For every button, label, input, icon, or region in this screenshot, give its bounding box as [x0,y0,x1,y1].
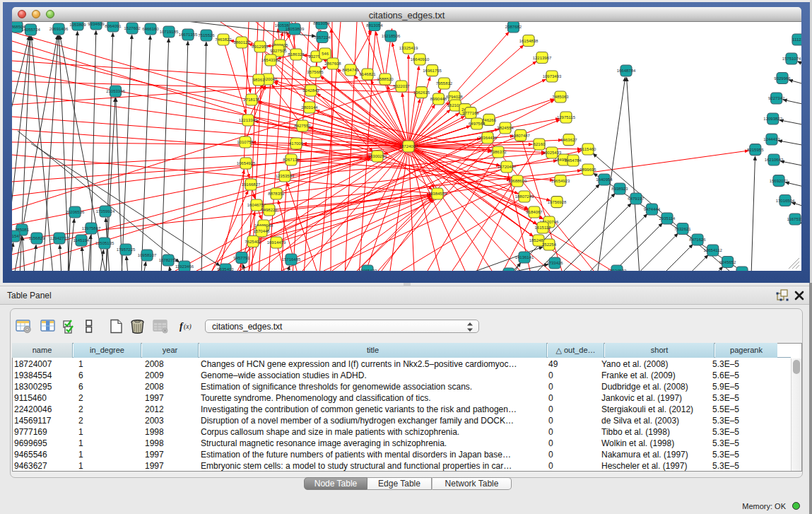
svg-text:8878352: 8878352 [268,192,285,196]
svg-text:417006: 417006 [289,141,304,146]
svg-text:8454784: 8454784 [565,158,582,163]
svg-text:19384554: 19384554 [428,192,447,196]
svg-text:15751074: 15751074 [782,57,801,61]
svg-text:1053809: 1053809 [69,23,86,27]
svg-text:12093822: 12093822 [763,117,782,121]
svg-text:16648784: 16648784 [617,69,636,73]
svg-text:12213349: 12213349 [239,118,258,122]
svg-text:19218506: 19218506 [382,34,401,38]
svg-text:9245652: 9245652 [719,260,736,264]
svg-text:9635403: 9635403 [217,267,234,271]
svg-text:9498222: 9498222 [261,208,278,212]
svg-text:8267130: 8267130 [283,158,300,162]
svg-text:9350421: 9350421 [734,270,751,271]
svg-text:18807249: 18807249 [515,194,534,199]
svg-text:6479197: 6479197 [628,197,645,201]
svg-text:10654112: 10654112 [704,248,723,252]
svg-text:9184067: 9184067 [526,210,543,214]
svg-text:16782759: 16782759 [159,258,178,262]
svg-text:17957225: 17957225 [117,247,136,252]
svg-text:1244413: 1244413 [763,137,780,141]
svg-text:391547: 391547 [12,234,22,238]
svg-text:10719185: 10719185 [160,30,179,34]
svg-text:1733426: 1733426 [546,261,563,265]
svg-text:21053346: 21053346 [106,89,125,93]
svg-text:13975867: 13975867 [82,226,101,230]
svg-text:12505135: 12505135 [95,241,114,245]
svg-text:1145194: 1145194 [73,238,90,243]
svg-text:12942737: 12942737 [50,236,69,240]
svg-text:16543362: 16543362 [261,58,281,62]
svg-text:20206536: 20206536 [66,210,85,214]
svg-text:8912955: 8912955 [252,45,269,49]
svg-text:9329966: 9329966 [774,76,791,81]
svg-text:18724007: 18724007 [399,144,418,148]
svg-text:1615112: 1615112 [535,226,552,230]
svg-text:17016504: 17016504 [776,199,795,203]
svg-text:7386372: 7386372 [490,150,507,154]
svg-text:8813054: 8813054 [366,23,383,28]
svg-text:9327505: 9327505 [270,49,287,53]
svg-text:9474444: 9474444 [644,207,661,211]
svg-text:10654925: 10654925 [237,161,256,165]
svg-text:9227342: 9227342 [768,96,785,100]
svg-text:20691406: 20691406 [49,27,69,31]
svg-text:11121: 11121 [792,37,801,42]
svg-text:8990448: 8990448 [430,97,447,101]
svg-text:12975115: 12975115 [557,115,576,119]
svg-text:8471626: 8471626 [689,238,706,242]
svg-text:14055724: 14055724 [21,28,40,32]
svg-text:9457791: 9457791 [233,256,250,260]
svg-text:2087682: 2087682 [505,25,522,29]
svg-text:15300293: 15300293 [368,154,387,158]
svg-text:2803144: 2803144 [301,105,318,110]
svg-text:8186328: 8186328 [288,52,305,57]
svg-text:10924502: 10924502 [608,269,627,271]
svg-text:10958107: 10958107 [138,253,157,257]
svg-text:10688609: 10688609 [508,179,527,183]
svg-text:7625402: 7625402 [245,240,261,244]
svg-text:546: 546 [322,52,329,56]
svg-text:2867608: 2867608 [324,62,341,66]
svg-text:1167533: 1167533 [787,217,801,221]
svg-text:16961755: 16961755 [423,69,442,73]
svg-text:15716485: 15716485 [282,257,301,262]
svg-text:12213967: 12213967 [533,56,552,60]
svg-text:1570446: 1570446 [253,229,270,233]
svg-text:8064091: 8064091 [105,24,122,28]
svg-text:6466160: 6466160 [142,27,159,31]
svg-text:5322037: 5322037 [393,84,410,88]
svg-text:8938923: 8938923 [611,187,628,191]
svg-text:8215955: 8215955 [747,148,764,152]
svg-text:1010755: 1010755 [237,140,254,144]
svg-text:10465433: 10465433 [358,269,377,271]
svg-text:19756928: 19756928 [548,200,567,204]
svg-text:8454749: 8454749 [342,68,359,72]
svg-text:10025433: 10025433 [543,151,562,155]
svg-text:7463822: 7463822 [215,37,232,42]
svg-text:2718176: 2718176 [243,98,260,102]
svg-text:15692071: 15692071 [770,179,789,183]
svg-text:(x): (x) [184,323,192,331]
svg-text:1640954: 1640954 [596,177,613,182]
svg-text:16914479: 16914479 [267,240,286,245]
svg-text:9899695: 9899695 [579,168,596,172]
svg-text:14136141: 14136141 [515,255,534,259]
svg-text:1588520: 1588520 [377,77,394,81]
svg-text:9242843: 9242843 [302,88,319,93]
svg-text:19166827: 19166827 [242,182,261,187]
svg-text:16053809: 16053809 [286,27,305,31]
svg-text:7515526: 7515526 [198,33,215,37]
svg-text:3824554: 3824554 [497,126,514,130]
svg-text:252254: 252254 [542,243,557,247]
svg-text:11923466: 11923466 [175,264,194,269]
svg-text:62160: 62160 [534,142,546,146]
svg-text:15720407: 15720407 [498,165,517,169]
svg-text:16671355: 16671355 [179,33,198,37]
svg-text:9334609: 9334609 [88,22,105,26]
svg-text:8427552: 8427552 [294,124,311,128]
svg-text:2935114: 2935114 [659,216,676,221]
svg-text:16210643: 16210643 [765,158,784,162]
svg-text:16640910: 16640910 [411,57,430,62]
svg-text:10807487: 10807487 [511,134,530,138]
